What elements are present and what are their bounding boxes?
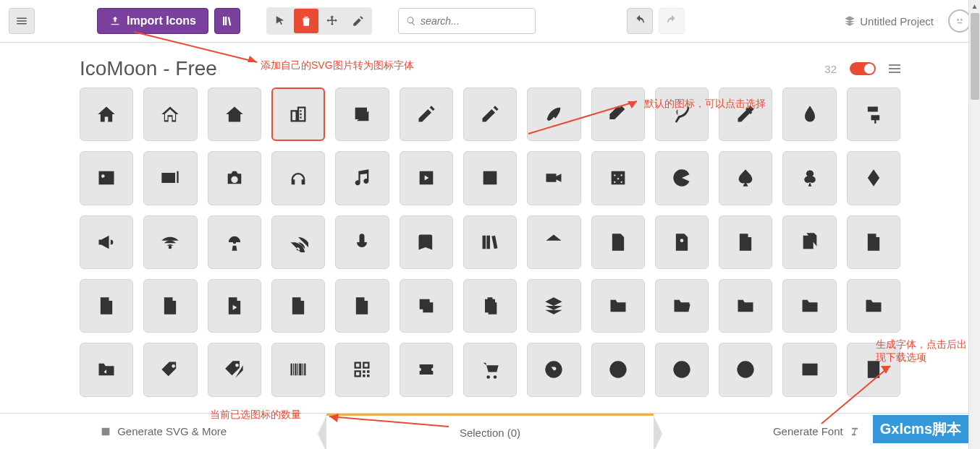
annotation-default: 默认的图标，可以点击选择: [644, 98, 766, 111]
icon-cart[interactable]: [463, 343, 517, 396]
icon-coin-euro[interactable]: [591, 343, 645, 396]
icon-play[interactable]: [400, 151, 453, 205]
icon-mic[interactable]: [335, 215, 389, 269]
icon-home[interactable]: [80, 87, 133, 141]
icon-video-camera[interactable]: [527, 151, 580, 205]
svg-marker-5: [628, 101, 637, 108]
icon-paint-format[interactable]: [847, 87, 900, 141]
search-icon: [406, 15, 416, 27]
icon-ticket[interactable]: [400, 343, 453, 396]
icon-pacman[interactable]: [655, 151, 709, 205]
icon-folder-upload[interactable]: [80, 343, 133, 396]
watermark: Gxlcms脚本: [873, 415, 968, 443]
annotation-count: 当前已选图标的数量: [210, 409, 301, 422]
select-tool[interactable]: [268, 9, 292, 33]
content: IcoMoon - Free 32: [0, 43, 980, 405]
icon-price-tag[interactable]: [143, 343, 197, 396]
arrow-2: [521, 94, 644, 141]
project-label[interactable]: Untitled Project: [844, 15, 934, 27]
icon-office[interactable]: [271, 87, 325, 141]
icon-feed[interactable]: [271, 215, 325, 269]
svg-point-1: [961, 20, 963, 21]
icon-stack[interactable]: [527, 279, 580, 333]
svg-line-6: [329, 416, 449, 427]
icon-connection[interactable]: [143, 215, 197, 269]
icon-file-music[interactable]: [143, 279, 197, 333]
icon-files-empty[interactable]: [782, 215, 836, 269]
icon-barcode[interactable]: [271, 343, 325, 396]
undo-button[interactable]: [627, 8, 653, 34]
icon-pencil2[interactable]: [463, 87, 517, 141]
redo-button[interactable]: [659, 8, 685, 34]
icon-folder[interactable]: [591, 279, 645, 333]
icon-coin-pound[interactable]: [655, 343, 709, 396]
icon-file-text[interactable]: [591, 215, 645, 269]
edit-tool[interactable]: [346, 9, 371, 33]
icon-eyedropper[interactable]: [719, 87, 772, 141]
icon-spades[interactable]: [719, 151, 772, 205]
icon-music[interactable]: [335, 151, 389, 205]
svg-point-0: [958, 20, 959, 21]
icon-folder-open[interactable]: [655, 279, 709, 333]
arrow-3: [318, 411, 456, 431]
icon-folder-plus[interactable]: [719, 279, 772, 333]
icon-podcast[interactable]: [208, 215, 261, 269]
icon-file-empty[interactable]: [719, 215, 772, 269]
icon-dice[interactable]: [591, 151, 645, 205]
icon-folder-minus[interactable]: [782, 279, 836, 333]
icon-coin-dollar[interactable]: [527, 343, 580, 396]
icon-clubs[interactable]: [782, 151, 836, 205]
tool-group: [266, 7, 372, 35]
scroll-up-icon[interactable]: ▲: [969, 0, 980, 12]
icon-file-play[interactable]: [208, 279, 261, 333]
icon-folder-download[interactable]: [847, 279, 900, 333]
icon-home3[interactable]: [208, 87, 261, 141]
menu-button[interactable]: [9, 8, 35, 34]
search-box[interactable]: [398, 8, 536, 34]
icon-headphones[interactable]: [271, 151, 325, 205]
annotation-import: 添加自己的SVG图片转为图标字体: [261, 59, 414, 72]
icon-diamonds[interactable]: [847, 151, 900, 205]
svg-line-2: [134, 32, 257, 62]
icon-home2[interactable]: [143, 87, 197, 141]
icon-profile[interactable]: [655, 215, 709, 269]
svg-marker-7: [329, 414, 339, 422]
icon-coin-yen[interactable]: [719, 343, 772, 396]
icon-library[interactable]: [527, 215, 580, 269]
library-count: 32: [824, 63, 837, 75]
icon-image[interactable]: [80, 151, 133, 205]
icon-grid: [80, 87, 900, 397]
icon-droplet[interactable]: [782, 87, 836, 141]
move-tool[interactable]: [320, 9, 345, 33]
layers-icon: [844, 15, 856, 27]
icon-images[interactable]: [143, 151, 197, 205]
upload-icon: [109, 15, 121, 27]
scroll-thumb[interactable]: [971, 13, 979, 100]
annotation-font: 生成字体，点击后出现下载选项: [876, 338, 970, 364]
icon-camera[interactable]: [208, 151, 261, 205]
svg-marker-3: [248, 56, 257, 62]
icon-file-picture[interactable]: [80, 279, 133, 333]
svg-line-4: [528, 101, 637, 134]
icon-newspaper[interactable]: [335, 87, 389, 141]
icon-paste[interactable]: [463, 279, 517, 333]
icon-price-tags[interactable]: [208, 343, 261, 396]
icon-blog[interactable]: [655, 87, 709, 141]
library-menu-icon[interactable]: [889, 64, 900, 73]
icon-file-zip[interactable]: [335, 279, 389, 333]
arrow-1: [127, 26, 264, 68]
search-input[interactable]: [421, 15, 528, 27]
icon-file-text2[interactable]: [847, 215, 900, 269]
scrollbar[interactable]: ▲: [968, 0, 980, 449]
icon-pencil[interactable]: [400, 87, 453, 141]
icon-film[interactable]: [463, 151, 517, 205]
delete-tool[interactable]: [294, 9, 318, 33]
icon-copy[interactable]: [400, 279, 453, 333]
library-toggle[interactable]: [850, 62, 876, 75]
icon-bullhorn[interactable]: [80, 215, 133, 269]
icon-file-video[interactable]: [271, 279, 325, 333]
image-icon: [100, 426, 111, 437]
icon-book[interactable]: [400, 215, 453, 269]
icon-qrcode[interactable]: [335, 343, 389, 396]
icon-books[interactable]: [463, 215, 517, 269]
